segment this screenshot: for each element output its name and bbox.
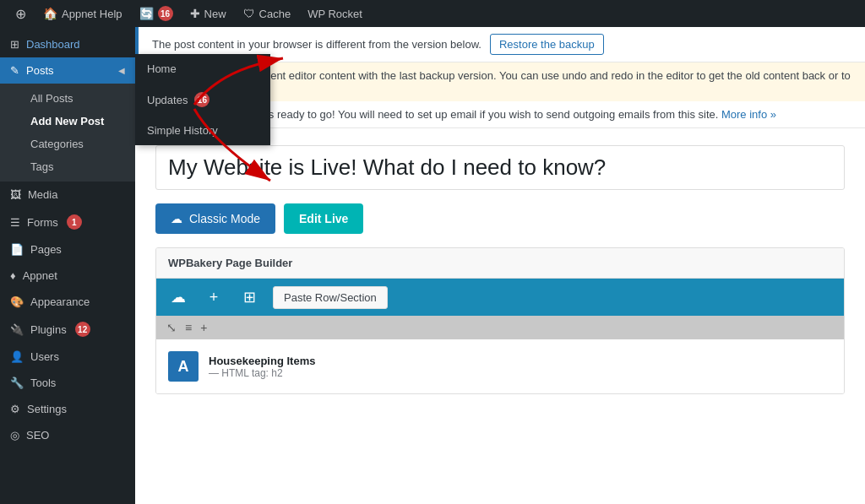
sidebar-item-seo[interactable]: ◎ SEO	[0, 422, 135, 448]
post-title[interactable]: My Website is Live! What do I need to kn…	[155, 145, 845, 190]
seo-icon: ◎	[10, 429, 19, 442]
site-name-label: Appnet Help	[62, 8, 122, 20]
wpbakery-layout-icon[interactable]: ⊞	[237, 285, 261, 309]
wpbakery-builder: WPBakery Page Builder ☁ + ⊞ Paste Row/Se…	[155, 247, 845, 394]
site-name-item[interactable]: 🏠 Appnet Help	[35, 0, 131, 27]
sidebar-item-media[interactable]: 🖼 Media	[0, 182, 135, 208]
posts-submenu: All Posts Add New Post Categories Tags	[0, 84, 135, 182]
tools-label: Tools	[30, 377, 56, 389]
spinup-more-info-link[interactable]: More info »	[721, 108, 776, 121]
pages-label: Pages	[30, 243, 62, 256]
wpbakery-row-tools: ⤡ ≡ +	[156, 316, 844, 339]
wp-logo-item[interactable]: ⊕	[7, 0, 35, 27]
new-label: New	[204, 8, 226, 20]
sidebar-item-users[interactable]: 👤 Users	[0, 344, 135, 370]
grid-icon[interactable]: ≡	[185, 321, 192, 334]
wpbakery-cloud-icon[interactable]: ☁	[166, 285, 190, 309]
dropdown-simple-history[interactable]: Simple History	[135, 116, 270, 145]
forms-icon: ☰	[10, 216, 20, 229]
wprocket-item[interactable]: WP Rocket	[299, 0, 371, 27]
settings-icon: ⚙	[10, 403, 20, 415]
editor-buttons: ☁ Classic Mode Edit Live	[155, 203, 845, 234]
users-label: Users	[30, 350, 59, 363]
dropdown-updates-badge: 16	[194, 92, 209, 107]
posts-arrow: ◀	[118, 66, 125, 75]
element-info: Housekeeping Items — HTML tag: h2	[209, 355, 315, 379]
posts-icon: ✎	[10, 64, 19, 77]
submenu-categories[interactable]: Categories	[0, 133, 135, 155]
element-type-icon: A	[168, 351, 199, 382]
wprocket-label: WP Rocket	[307, 8, 362, 20]
appearance-label: Appearance	[30, 295, 90, 308]
sidebar-item-dashboard[interactable]: ⊞ Dashboard	[0, 31, 135, 57]
appnet-label: Appnet	[23, 269, 57, 282]
sidebar-item-plugins[interactable]: 🔌 Plugins 12	[0, 315, 135, 344]
editor-area: My Website is Live! What do I need to kn…	[135, 128, 865, 504]
classic-mode-label: Classic Mode	[189, 212, 260, 225]
paste-row-button[interactable]: Paste Row/Section	[273, 286, 388, 309]
tools-icon: 🔧	[10, 377, 24, 389]
updates-label: Updates	[147, 94, 188, 106]
admin-bar: ⊕ 🏠 Appnet Help 🔄 16 ✚ New 🛡 Cache WP Ro…	[0, 0, 865, 27]
posts-label: Posts	[26, 64, 54, 77]
dashboard-icon: ⊞	[10, 38, 19, 51]
updates-icon: 🔄	[139, 7, 154, 20]
row-add-icon[interactable]: +	[200, 321, 207, 334]
wpbakery-toolbar: ☁ + ⊞ Paste Row/Section	[156, 279, 844, 316]
dashboard-label: Dashboard	[26, 38, 80, 51]
forms-label: Forms	[27, 216, 58, 229]
sidebar: ⊞ Dashboard ✎ Posts ◀ All Posts Add New …	[0, 27, 135, 504]
cache-label: Cache	[259, 8, 291, 20]
cache-item[interactable]: 🛡 Cache	[235, 0, 300, 27]
seo-label: SEO	[26, 429, 49, 442]
wpbakery-header: WPBakery Page Builder	[156, 248, 844, 279]
sidebar-item-tools[interactable]: 🔧 Tools	[0, 370, 135, 396]
backup-notice-text: The post content in your browser is diff…	[152, 38, 481, 51]
wp-icon: ⊕	[15, 6, 26, 22]
sidebar-item-settings[interactable]: ⚙ Settings	[0, 396, 135, 422]
sidebar-item-appnet[interactable]: ♦ Appnet	[0, 263, 135, 289]
classic-mode-button[interactable]: ☁ Classic Mode	[155, 203, 275, 234]
media-label: Media	[28, 188, 57, 201]
cache-icon: 🛡	[243, 7, 255, 20]
restore-backup-button[interactable]: Restore the backup	[490, 34, 604, 55]
plugins-icon: 🔌	[10, 323, 24, 336]
plugins-badge: 12	[75, 322, 90, 337]
resize-icon[interactable]: ⤡	[166, 321, 177, 334]
sidebar-item-forms[interactable]: ☰ Forms 1	[0, 208, 135, 236]
new-item[interactable]: ✚ New	[182, 0, 235, 27]
media-icon: 🖼	[10, 188, 21, 201]
submenu-all-posts[interactable]: All Posts	[0, 87, 135, 110]
simple-history-label: Simple History	[147, 124, 218, 137]
sidebar-item-appearance[interactable]: 🎨 Appearance	[0, 289, 135, 315]
pages-icon: 📄	[10, 243, 24, 256]
wpbakery-add-icon[interactable]: +	[202, 285, 226, 309]
sidebar-item-pages[interactable]: 📄 Pages	[0, 236, 135, 263]
appnet-icon: ♦	[10, 269, 16, 282]
plus-icon: ✚	[190, 7, 200, 20]
classic-mode-icon: ☁	[171, 212, 182, 225]
submenu-add-new[interactable]: Add New Post	[0, 110, 135, 133]
sidebar-item-posts[interactable]: ✎ Posts ◀	[0, 57, 135, 84]
site-name-icon: 🏠	[43, 7, 57, 20]
element-title: Housekeeping Items	[209, 355, 315, 367]
dropdown-home[interactable]: Home	[135, 54, 270, 84]
plugins-label: Plugins	[30, 323, 67, 336]
forms-badge: 1	[67, 214, 82, 230]
submenu-tags[interactable]: Tags	[0, 155, 135, 178]
edit-live-button[interactable]: Edit Live	[284, 203, 363, 234]
element-subtitle: — HTML tag: h2	[209, 367, 315, 379]
settings-label: Settings	[27, 403, 67, 415]
wpbakery-content: A Housekeeping Items — HTML tag: h2	[156, 339, 844, 393]
appearance-icon: 🎨	[10, 295, 24, 308]
updates-badge: 16	[158, 6, 173, 21]
home-label: Home	[147, 62, 177, 75]
updates-item[interactable]: 🔄 16	[131, 0, 182, 27]
posts-dropdown-menu: Home Updates 16 Simple History	[135, 54, 270, 145]
dropdown-updates[interactable]: Updates 16	[135, 84, 270, 116]
users-icon: 👤	[10, 350, 24, 363]
